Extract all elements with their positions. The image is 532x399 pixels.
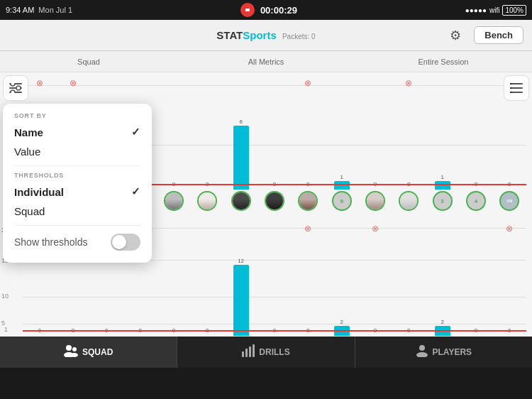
panel-divider-2 [14, 225, 140, 226]
tab-squad-label: SQUAD [82, 347, 113, 357]
status-bar: 9:34 AM Mon Jul 1 00:00:29 ●●●●● wifi 10… [0, 0, 532, 20]
battery-indicator: 100% [502, 5, 526, 16]
tab-squad[interactable]: SQUAD [0, 337, 177, 368]
timer-display: 00:00:29 [260, 5, 297, 16]
toggle-knob [112, 235, 126, 249]
squad-svg-icon [64, 344, 78, 357]
svg-point-16 [71, 353, 78, 357]
svg-point-13 [66, 345, 72, 351]
sort-value-option[interactable]: Value [14, 142, 140, 161]
nav-right: ⚙ Bench [352, 24, 523, 47]
avatar-p8 [298, 191, 318, 211]
players-svg-icon [416, 344, 428, 357]
no-data-row: ⊗ ⊗ ⊗ ⊗ ⊗ ⊗ ⊗ ⊗ ⊗ ⊗ ⊗ ⊗ ⊗ ⊗ ⊗ [23, 78, 526, 88]
bar-p10: 0 [392, 181, 426, 211]
tab-drills[interactable]: DRILLS [177, 337, 355, 368]
avatar-p7 [265, 191, 284, 211]
sort-name-option[interactable]: Name ✓ [14, 122, 140, 142]
avatar-4: 4 [466, 191, 486, 211]
bar-p6-highlight: 6 [224, 119, 257, 211]
svg-rect-19 [249, 346, 251, 357]
threshold-individual-label: Individual [14, 186, 64, 198]
svg-point-5 [16, 86, 21, 90]
panel-divider [14, 165, 140, 166]
main-content: 2 0 ⊗ ⊗ ⊗ ⊗ ⊗ ⊗ ⊗ ⊗ ⊗ ⊗ ⊗ ⊗ ⊗ ⊗ [0, 72, 532, 368]
bench-button[interactable]: Bench [474, 26, 523, 44]
svg-rect-11 [510, 87, 512, 89]
svg-point-14 [72, 347, 77, 351]
status-day: Mon Jul 1 [38, 6, 72, 14]
svg-rect-0 [245, 9, 250, 11]
tab-players[interactable]: PLAYERS [355, 337, 532, 368]
players-icon [416, 344, 428, 360]
no-data-icon: ⊗ [70, 78, 77, 88]
filter-icon [9, 83, 22, 93]
avatar-9: 9 [332, 191, 352, 211]
no-data-icon: ⊗ [36, 78, 43, 88]
bar-p7: 0 [257, 181, 291, 211]
svg-point-4 [11, 83, 15, 86]
svg-rect-17 [242, 351, 244, 357]
avatar-p5 [197, 191, 217, 211]
col-squad: Squad [0, 58, 177, 66]
svg-point-6 [11, 90, 15, 93]
no-data-icon: ⊗ [405, 78, 412, 88]
sort-by-label: SORT BY [14, 112, 140, 119]
avatar-p6 [231, 191, 251, 211]
list-icon [510, 83, 523, 93]
bar-p9: 0 [358, 181, 392, 211]
list-view-button[interactable] [504, 75, 529, 101]
svg-rect-18 [245, 349, 248, 357]
squad-icon [64, 344, 78, 360]
bar-4: 0 4 [459, 181, 492, 211]
bar-p5: 0 [191, 181, 224, 211]
svg-rect-12 [510, 92, 512, 93]
bar-9: 1 9 [325, 174, 358, 211]
show-thresholds-toggle[interactable] [111, 234, 140, 251]
packets-label: Packets: 0 [282, 33, 316, 40]
signal-icon: ●●●●● [465, 6, 487, 14]
avatar-p9 [365, 191, 385, 211]
charts-area: 2 0 ⊗ ⊗ ⊗ ⊗ ⊗ ⊗ ⊗ ⊗ ⊗ ⊗ ⊗ ⊗ ⊗ ⊗ [0, 72, 532, 368]
drills-icon [242, 344, 255, 360]
svg-rect-10 [510, 83, 512, 84]
avatar-3: 3 [433, 191, 453, 211]
avatar-vn: VN [499, 191, 519, 211]
wifi-icon: wifi [489, 6, 499, 14]
sort-value-label: Value [14, 146, 40, 158]
bar-3: 1 3 [426, 174, 459, 211]
bar-p8: 0 [292, 181, 325, 211]
col-entire-session: Entire Session [355, 58, 532, 66]
thresholds-label: THRESHOLDS [14, 172, 140, 179]
avatar-p10 [399, 191, 419, 211]
sort-name-label: Name [14, 126, 43, 138]
no-data-icon: ⊗ [304, 78, 311, 88]
show-thresholds-row: Show thresholds [14, 230, 140, 254]
gear-button[interactable]: ⚙ [444, 24, 467, 47]
nav-bar: STATSports Packets: 0 ⚙ Bench [0, 20, 532, 51]
record-button[interactable] [240, 3, 255, 17]
bar-p4: 0 [157, 181, 190, 211]
tab-bar: SQUAD DRILLS PLAYERS [0, 337, 532, 368]
threshold-squad-option[interactable]: Squad [14, 202, 140, 221]
tab-drills-label: DRILLS [259, 347, 289, 357]
col-all-metrics: All Metrics [177, 58, 355, 66]
show-thresholds-label: Show thresholds [14, 236, 88, 248]
bar-vn: 0 VN [493, 181, 526, 211]
avatar-p4 [164, 191, 184, 211]
svg-rect-20 [253, 344, 255, 357]
filter-panel: SORT BY Name ✓ Value THRESHOLDS Individu… [3, 104, 152, 263]
status-time: 9:34 AM [6, 6, 34, 14]
nav-center: STATSports Packets: 0 [180, 29, 352, 41]
threshold-line-2 [23, 330, 526, 332]
svg-point-22 [416, 352, 428, 357]
sort-name-check: ✓ [131, 126, 140, 138]
filter-toggle-button[interactable] [3, 75, 28, 101]
tab-players-label: PLAYERS [433, 347, 472, 357]
stat-logo: STATSports Packets: 0 [216, 29, 315, 41]
threshold-individual-check: ✓ [131, 185, 140, 198]
svg-point-21 [419, 345, 425, 351]
threshold-squad-label: Squad [14, 205, 45, 217]
threshold-individual-option[interactable]: Individual ✓ [14, 182, 140, 202]
column-headers: Squad All Metrics Entire Session [0, 51, 532, 72]
